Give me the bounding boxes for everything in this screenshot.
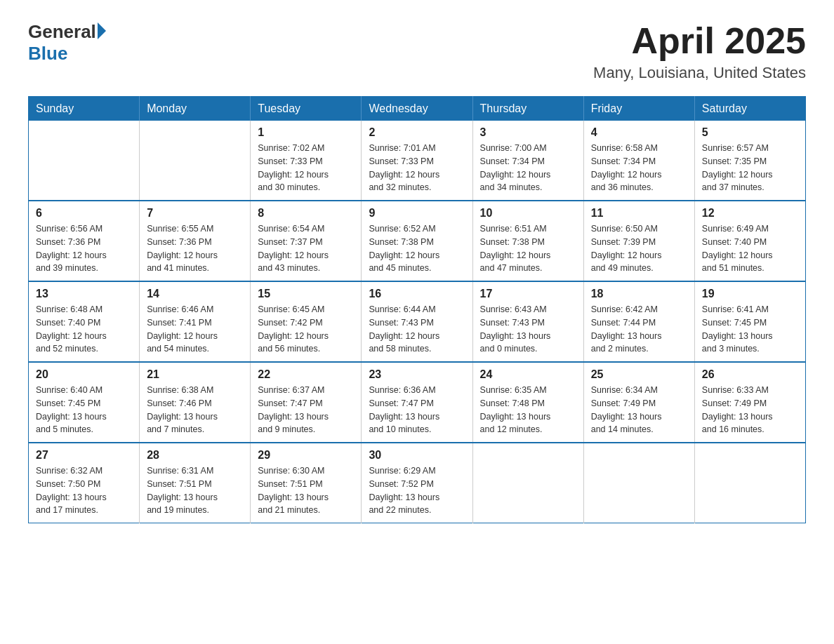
day-number: 19 [702, 288, 798, 300]
calendar-cell: 6Sunrise: 6:56 AM Sunset: 7:36 PM Daylig… [29, 201, 140, 281]
calendar-cell: 20Sunrise: 6:40 AM Sunset: 7:45 PM Dayli… [29, 362, 140, 443]
calendar-cell [472, 443, 583, 523]
calendar-body: 1Sunrise: 7:02 AM Sunset: 7:33 PM Daylig… [29, 121, 806, 523]
day-info: Sunrise: 6:35 AM Sunset: 7:48 PM Dayligh… [480, 384, 576, 436]
day-info: Sunrise: 6:36 AM Sunset: 7:47 PM Dayligh… [369, 384, 465, 436]
day-number: 20 [36, 368, 132, 381]
calendar-cell: 30Sunrise: 6:29 AM Sunset: 7:52 PM Dayli… [362, 443, 472, 523]
day-number: 27 [36, 449, 132, 462]
calendar-cell [140, 121, 251, 201]
logo-blue: Blue [28, 43, 67, 64]
calendar-week-row: 27Sunrise: 6:32 AM Sunset: 7:50 PM Dayli… [29, 443, 806, 523]
day-info: Sunrise: 6:56 AM Sunset: 7:36 PM Dayligh… [36, 222, 132, 275]
day-info: Sunrise: 6:37 AM Sunset: 7:47 PM Dayligh… [258, 384, 354, 436]
day-info: Sunrise: 6:49 AM Sunset: 7:40 PM Dayligh… [702, 222, 798, 275]
calendar-cell: 13Sunrise: 6:48 AM Sunset: 7:40 PM Dayli… [29, 281, 140, 362]
day-info: Sunrise: 6:57 AM Sunset: 7:35 PM Dayligh… [702, 142, 798, 194]
day-info: Sunrise: 6:41 AM Sunset: 7:45 PM Dayligh… [702, 303, 798, 356]
day-number: 30 [369, 449, 465, 462]
day-number: 13 [36, 288, 132, 300]
calendar-header: SundayMondayTuesdayWednesdayThursdayFrid… [29, 97, 806, 121]
calendar-cell: 11Sunrise: 6:50 AM Sunset: 7:39 PM Dayli… [583, 201, 694, 281]
calendar-cell: 1Sunrise: 7:02 AM Sunset: 7:33 PM Daylig… [251, 121, 362, 201]
calendar-cell: 15Sunrise: 6:45 AM Sunset: 7:42 PM Dayli… [251, 281, 362, 362]
day-number: 6 [36, 207, 132, 220]
day-number: 26 [702, 368, 798, 381]
day-info: Sunrise: 6:54 AM Sunset: 7:37 PM Dayligh… [258, 222, 354, 275]
calendar-cell: 2Sunrise: 7:01 AM Sunset: 7:33 PM Daylig… [362, 121, 472, 201]
day-number: 1 [258, 126, 354, 139]
day-number: 17 [480, 288, 576, 300]
calendar-cell: 10Sunrise: 6:51 AM Sunset: 7:38 PM Dayli… [472, 201, 583, 281]
weekday-header-thursday: Thursday [472, 97, 583, 121]
day-info: Sunrise: 6:46 AM Sunset: 7:41 PM Dayligh… [147, 303, 243, 356]
day-number: 25 [591, 368, 687, 381]
calendar-cell: 7Sunrise: 6:55 AM Sunset: 7:36 PM Daylig… [140, 201, 251, 281]
day-number: 7 [147, 207, 243, 220]
day-info: Sunrise: 6:51 AM Sunset: 7:38 PM Dayligh… [480, 222, 576, 275]
weekday-header-row: SundayMondayTuesdayWednesdayThursdayFrid… [29, 97, 806, 121]
weekday-header-saturday: Saturday [694, 97, 805, 121]
day-number: 21 [147, 368, 243, 381]
calendar-week-row: 6Sunrise: 6:56 AM Sunset: 7:36 PM Daylig… [29, 201, 806, 281]
calendar-cell: 14Sunrise: 6:46 AM Sunset: 7:41 PM Dayli… [140, 281, 251, 362]
month-title: April 2025 [593, 21, 806, 61]
page-header: General Blue April 2025 Many, Louisiana,… [28, 21, 806, 82]
day-info: Sunrise: 6:42 AM Sunset: 7:44 PM Dayligh… [591, 303, 687, 356]
calendar-table: SundayMondayTuesdayWednesdayThursdayFrid… [28, 96, 806, 523]
day-number: 29 [258, 449, 354, 462]
day-info: Sunrise: 6:29 AM Sunset: 7:52 PM Dayligh… [369, 464, 465, 517]
day-info: Sunrise: 6:40 AM Sunset: 7:45 PM Dayligh… [36, 384, 132, 436]
calendar-cell [694, 443, 805, 523]
day-number: 3 [480, 126, 576, 139]
calendar-cell: 21Sunrise: 6:38 AM Sunset: 7:46 PM Dayli… [140, 362, 251, 443]
weekday-header-sunday: Sunday [29, 97, 140, 121]
day-number: 10 [480, 207, 576, 220]
calendar-cell: 18Sunrise: 6:42 AM Sunset: 7:44 PM Dayli… [583, 281, 694, 362]
day-number: 18 [591, 288, 687, 300]
weekday-header-friday: Friday [583, 97, 694, 121]
day-info: Sunrise: 7:02 AM Sunset: 7:33 PM Dayligh… [258, 142, 354, 194]
title-section: April 2025 Many, Louisiana, United State… [593, 21, 806, 82]
day-info: Sunrise: 6:31 AM Sunset: 7:51 PM Dayligh… [147, 464, 243, 517]
day-info: Sunrise: 6:44 AM Sunset: 7:43 PM Dayligh… [369, 303, 465, 356]
day-number: 28 [147, 449, 243, 462]
day-info: Sunrise: 6:33 AM Sunset: 7:49 PM Dayligh… [702, 384, 798, 436]
day-info: Sunrise: 6:30 AM Sunset: 7:51 PM Dayligh… [258, 464, 354, 517]
calendar-week-row: 13Sunrise: 6:48 AM Sunset: 7:40 PM Dayli… [29, 281, 806, 362]
day-info: Sunrise: 6:43 AM Sunset: 7:43 PM Dayligh… [480, 303, 576, 356]
calendar-cell: 23Sunrise: 6:36 AM Sunset: 7:47 PM Dayli… [362, 362, 472, 443]
calendar-cell: 5Sunrise: 6:57 AM Sunset: 7:35 PM Daylig… [694, 121, 805, 201]
day-info: Sunrise: 7:00 AM Sunset: 7:34 PM Dayligh… [480, 142, 576, 194]
logo-general: General [28, 21, 96, 43]
calendar-cell: 28Sunrise: 6:31 AM Sunset: 7:51 PM Dayli… [140, 443, 251, 523]
weekday-header-monday: Monday [140, 97, 251, 121]
day-number: 8 [258, 207, 354, 220]
day-number: 12 [702, 207, 798, 220]
day-info: Sunrise: 6:52 AM Sunset: 7:38 PM Dayligh… [369, 222, 465, 275]
day-number: 24 [480, 368, 576, 381]
calendar-cell: 12Sunrise: 6:49 AM Sunset: 7:40 PM Dayli… [694, 201, 805, 281]
calendar-cell: 9Sunrise: 6:52 AM Sunset: 7:38 PM Daylig… [362, 201, 472, 281]
calendar-cell: 25Sunrise: 6:34 AM Sunset: 7:49 PM Dayli… [583, 362, 694, 443]
day-number: 15 [258, 288, 354, 300]
day-info: Sunrise: 7:01 AM Sunset: 7:33 PM Dayligh… [369, 142, 465, 194]
day-info: Sunrise: 6:50 AM Sunset: 7:39 PM Dayligh… [591, 222, 687, 275]
calendar-week-row: 20Sunrise: 6:40 AM Sunset: 7:45 PM Dayli… [29, 362, 806, 443]
day-number: 14 [147, 288, 243, 300]
day-number: 4 [591, 126, 687, 139]
weekday-header-wednesday: Wednesday [362, 97, 472, 121]
day-number: 16 [369, 288, 465, 300]
calendar-cell: 29Sunrise: 6:30 AM Sunset: 7:51 PM Dayli… [251, 443, 362, 523]
day-info: Sunrise: 6:34 AM Sunset: 7:49 PM Dayligh… [591, 384, 687, 436]
calendar-cell: 22Sunrise: 6:37 AM Sunset: 7:47 PM Dayli… [251, 362, 362, 443]
calendar-cell: 16Sunrise: 6:44 AM Sunset: 7:43 PM Dayli… [362, 281, 472, 362]
calendar-cell: 8Sunrise: 6:54 AM Sunset: 7:37 PM Daylig… [251, 201, 362, 281]
day-number: 23 [369, 368, 465, 381]
calendar-cell: 3Sunrise: 7:00 AM Sunset: 7:34 PM Daylig… [472, 121, 583, 201]
calendar-cell [583, 443, 694, 523]
logo: General Blue [28, 21, 106, 65]
calendar-cell [29, 121, 140, 201]
day-number: 9 [369, 207, 465, 220]
day-info: Sunrise: 6:58 AM Sunset: 7:34 PM Dayligh… [591, 142, 687, 194]
